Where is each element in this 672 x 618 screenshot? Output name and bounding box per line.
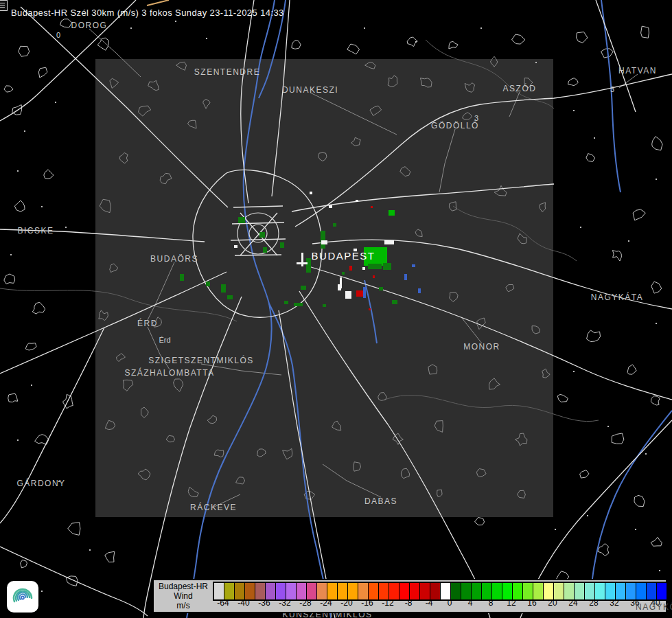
legend-product: Budapest-HR: [159, 582, 208, 591]
radar-echo: [234, 245, 237, 248]
colorbar-tick-label: -28: [295, 598, 316, 608]
radar-echo: [379, 287, 383, 290]
colorbar-tick-label: 32: [604, 598, 625, 608]
small-settlement-dot: [535, 62, 537, 63]
colorbar-cell: [337, 583, 347, 599]
small-settlement-dot: [573, 371, 575, 372]
colorbar-tick-label: -36: [254, 598, 275, 608]
radar-echo: [418, 288, 421, 293]
settlement-outline: [568, 78, 579, 86]
small-settlement-dot: [607, 426, 609, 427]
city-label: NAGYKÁTA: [591, 292, 643, 302]
colorbar-cell: [224, 583, 234, 599]
city-label: MONOR: [463, 342, 500, 352]
settlement-outline: [14, 201, 25, 211]
city-label: DABAS: [364, 496, 397, 506]
colorbar-tick-label: -8: [398, 598, 419, 608]
radar-echo: [333, 223, 336, 227]
colorbar-cell: [615, 583, 625, 599]
settlement-outline: [292, 41, 301, 49]
colorbar-cell: [543, 583, 553, 599]
colorbar-tick-label: 24: [563, 598, 583, 608]
colorbar-cell: [656, 583, 667, 599]
radar-echo: [306, 258, 311, 273]
radar-echo: [280, 242, 284, 248]
colorbar-cell: [553, 583, 564, 599]
city-label: SZÁZHALOMBATTA: [124, 367, 214, 378]
road-number-label: Érd: [159, 336, 170, 344]
colorbar-cell: [471, 583, 481, 599]
settlement-outline: [38, 67, 47, 78]
radar-echo: [238, 217, 245, 223]
city-label-nagykoros: NAGYKŐRÖS: [636, 602, 672, 612]
radar-echo: [321, 231, 325, 249]
radar-echo: [206, 282, 210, 286]
settlement-outline: [612, 433, 624, 444]
settlement-outline: [68, 523, 80, 536]
city-label: ASZÓD: [503, 83, 537, 93]
settlement-outline: [21, 560, 27, 569]
coverage-area: [95, 59, 553, 517]
city-label: HATVAN: [618, 66, 657, 76]
colorbar-cell: [255, 583, 265, 599]
colorbar-cell: [522, 583, 533, 599]
city-label: BICSKE: [17, 226, 54, 236]
radar-echo: [310, 192, 312, 194]
small-settlement-dot: [31, 385, 32, 386]
small-settlement-dot: [656, 179, 657, 180]
settlement-outline: [641, 26, 649, 38]
met-logo[interactable]: [7, 581, 38, 613]
city-label: DUNAKESZI: [282, 85, 338, 95]
colorbar-tick-label: 4: [460, 598, 480, 608]
colorbar-tick-label: 20: [542, 598, 563, 608]
city-label: DOROG: [71, 21, 108, 30]
colorbar-cell: [358, 583, 368, 599]
small-settlement-dot: [645, 453, 647, 455]
settlement-outline: [577, 32, 588, 43]
small-settlement-dot: [175, 21, 176, 22]
city-label: BUDAÖRS: [150, 254, 198, 264]
colorbar-tick-label: -20: [336, 598, 357, 608]
radar-echo: [356, 290, 364, 297]
radar-echo: [227, 295, 233, 299]
small-settlement-dot: [130, 27, 132, 29]
colorbar-cell: [368, 583, 378, 599]
small-settlement-dot: [41, 591, 43, 592]
settlement-outline: [4, 274, 15, 284]
radar-echo: [321, 240, 327, 244]
colorbar-tick-label: -12: [378, 598, 398, 608]
spiral-icon: [9, 583, 36, 610]
small-settlement-dot: [415, 41, 417, 43]
colorbar-cell: [214, 583, 224, 599]
small-settlement-dot: [206, 38, 207, 39]
small-settlement-dot: [594, 137, 595, 139]
radar-echo: [383, 263, 391, 270]
radar-echo: [368, 264, 382, 269]
colorbar-tick-label: -4: [419, 598, 439, 608]
colorbar-tick-label: 28: [583, 598, 604, 608]
settlement-outline: [44, 170, 54, 179]
colorbar-cell: [584, 583, 594, 599]
small-settlement-dot: [635, 529, 636, 530]
city-label: GÁRDONY: [16, 478, 65, 488]
radar-echo: [389, 210, 395, 216]
colorbar-cell: [244, 583, 255, 599]
colorbar-cell: [481, 583, 491, 599]
settlement-outline: [651, 282, 662, 293]
colorbar-cell: [306, 583, 316, 599]
small-settlement-dot: [555, 529, 556, 530]
river: [592, 411, 672, 584]
city-label: SZENTENDRE: [194, 67, 260, 77]
settlement-outline: [347, 44, 360, 54]
settlement-outline: [652, 137, 662, 150]
colorbar-cell: [502, 583, 512, 599]
city-label: GÖDÖLLŐ: [431, 120, 479, 130]
settlement-outline: [4, 86, 13, 92]
colorbar-cell: [286, 583, 296, 599]
city-label: ÉRD: [137, 318, 158, 328]
small-settlement-dot: [55, 102, 56, 103]
settlement-outline: [32, 302, 45, 314]
radar-echo: [369, 308, 371, 310]
radar-map: DOROGSZENTENDREDUNAKESZIASZÓDHATVANGÖDÖL…: [0, 0, 672, 618]
radar-echo: [392, 300, 397, 304]
